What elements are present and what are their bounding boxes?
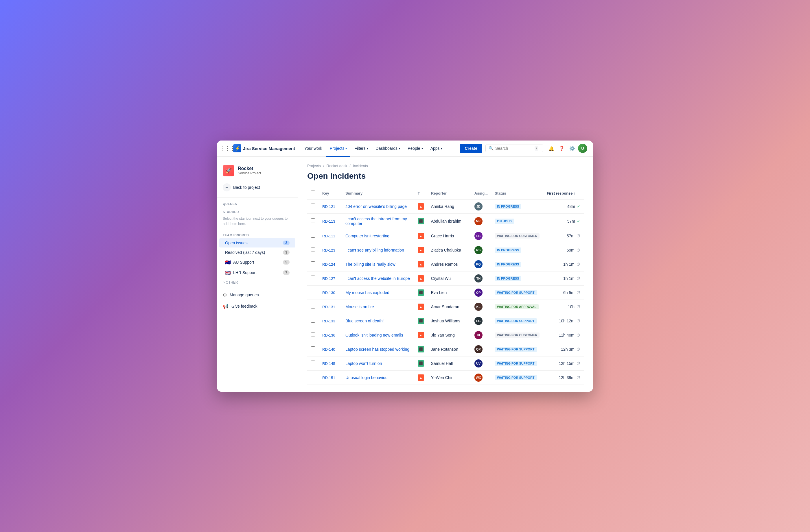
au-flag-icon: 🇦🇺 (225, 260, 231, 265)
nav-projects[interactable]: Projects ▾ (326, 144, 351, 153)
sidebar-item-resolved[interactable]: Resolved (last 7 days) 3 (219, 248, 295, 257)
table-row[interactable]: RD-151 Unusual login behaviour ▲ Yi-Wen … (307, 370, 584, 384)
nav-filters[interactable]: Filters ▾ (351, 144, 371, 153)
row-checkbox[interactable] (311, 233, 315, 238)
notifications-button[interactable]: 🔔 (547, 144, 556, 153)
row-summary[interactable]: Laptop won't turn on (342, 356, 414, 370)
type-icon: ▲ (418, 275, 424, 282)
row-checkbox[interactable] (311, 261, 315, 266)
table-row[interactable]: RD-131 Mouse is on fire ▲ Amar Sundaram … (307, 300, 584, 314)
th-status[interactable]: Status (491, 188, 543, 199)
sidebar-project: 🚀 Rocket Service Project (217, 163, 298, 181)
row-checkbox[interactable] (311, 304, 315, 309)
row-summary[interactable]: I can't access the website in Europe (342, 271, 414, 285)
row-key: RD-130 (319, 285, 342, 300)
row-key: RD-124 (319, 257, 342, 271)
table-row[interactable]: RD-140 Laptop screen has stopped working… (307, 342, 584, 356)
response-time: 12h 3m (561, 347, 574, 352)
row-first-response: 57m ⏱ (543, 229, 584, 243)
row-summary[interactable]: Unusual login behaviour (342, 370, 414, 384)
row-checkbox[interactable] (311, 332, 315, 337)
breadcrumb-projects[interactable]: Projects (307, 164, 321, 168)
search-input[interactable] (495, 146, 533, 151)
nav-dashboards[interactable]: Dashboards ▾ (372, 144, 404, 153)
user-avatar[interactable]: U (578, 144, 587, 153)
row-checkbox[interactable] (311, 361, 315, 365)
nav-apps[interactable]: Apps ▾ (427, 144, 446, 153)
assignee-avatar: RS (474, 246, 483, 254)
row-summary[interactable]: I can't access the intranet from my comp… (342, 213, 414, 229)
row-first-response: 59m ⏱ (543, 243, 584, 257)
row-type: ⬛ (414, 314, 427, 328)
sidebar-item-open-issues[interactable]: Open issues 2 (219, 238, 295, 248)
search-bar[interactable]: 🔍 / (485, 145, 543, 152)
row-summary[interactable]: Laptop screen has stopped working (342, 342, 414, 356)
page-title: Open incidents (307, 171, 584, 181)
clock-icon: ⏱ (576, 361, 580, 366)
row-reporter: Yi-Wen Chin (427, 370, 471, 384)
row-key: RD-133 (319, 314, 342, 328)
row-first-response: 6h 5m ⏱ (543, 285, 584, 300)
nav-your-work[interactable]: Your work (301, 144, 326, 153)
sidebar-other-section[interactable]: > OTHER (217, 278, 298, 287)
th-key[interactable]: Key (319, 188, 342, 199)
row-status: WAITING FOR CUSTOMER (491, 229, 543, 243)
row-checkbox[interactable] (311, 276, 315, 280)
table-row[interactable]: RD-130 My mouse has exploded ⬛ Eva Lien … (307, 285, 584, 300)
dashboards-chevron-icon: ▾ (399, 147, 400, 150)
th-summary[interactable]: Summary (342, 188, 414, 199)
table-row[interactable]: RD-133 Blue screen of death! ⬛ Joshua Wi… (307, 314, 584, 328)
grid-menu-icon[interactable]: ⋮⋮⋮ (223, 144, 232, 153)
row-checkbox[interactable] (311, 346, 315, 351)
row-summary[interactable]: The billing site is really slow (342, 257, 414, 271)
back-to-project-button[interactable]: ← Back to project (217, 181, 298, 196)
help-button[interactable]: ❓ (557, 144, 566, 153)
breadcrumb-rocket-desk[interactable]: Rocket desk (327, 164, 347, 168)
table-row[interactable]: RD-123 I can't see any billing informati… (307, 243, 584, 257)
row-summary[interactable]: Computer isn't restarting (342, 229, 414, 243)
assignee-avatar: MK (474, 217, 483, 225)
row-reporter: Crystal Wu (427, 271, 471, 285)
app-logo[interactable]: ⚡ Jira Service Management (233, 144, 295, 152)
table-row[interactable]: RD-136 Outlook isn't loading new emails … (307, 328, 584, 342)
row-checkbox[interactable] (311, 290, 315, 294)
table-row[interactable]: RD-124 The billing site is really slow ▲… (307, 257, 584, 271)
sidebar-item-au-support[interactable]: 🇦🇺 AU Support 5 (219, 257, 295, 267)
row-checkbox[interactable] (311, 218, 315, 223)
row-assignee: JD (471, 199, 491, 214)
row-summary[interactable]: Blue screen of death! (342, 314, 414, 328)
row-type: ▲ (414, 328, 427, 342)
breadcrumb-sep-1: / (323, 164, 324, 168)
select-all-checkbox[interactable] (311, 190, 315, 195)
th-reporter[interactable]: Reporter (427, 188, 471, 199)
table-row[interactable]: RD-121 404 error on website's billing pa… (307, 199, 584, 214)
manage-queues-button[interactable]: ⚙ Manage queues (217, 289, 298, 301)
sidebar-item-lhr-support[interactable]: 🇬🇧 LHR Support 7 (219, 268, 295, 278)
row-checkbox-cell (307, 328, 319, 342)
th-first-response[interactable]: First response ↑ (543, 188, 584, 199)
row-key: RD-123 (319, 243, 342, 257)
table-row[interactable]: RD-127 I can't access the website in Eur… (307, 271, 584, 285)
row-checkbox[interactable] (311, 375, 315, 379)
give-feedback-button[interactable]: 📢 Give feedback (217, 301, 298, 312)
row-assignee: LB (471, 229, 491, 243)
row-checkbox[interactable] (311, 247, 315, 252)
row-checkbox[interactable] (311, 203, 315, 208)
clock-icon: ⏱ (576, 333, 580, 337)
nav-people[interactable]: People ▾ (404, 144, 426, 153)
row-checkbox-cell (307, 314, 319, 328)
settings-button[interactable]: ⚙️ (568, 144, 577, 153)
row-summary[interactable]: My mouse has exploded (342, 285, 414, 300)
row-summary[interactable]: Outlook isn't loading new emails (342, 328, 414, 342)
table-row[interactable]: RD-113 I can't access the intranet from … (307, 213, 584, 229)
row-type: ⬛ (414, 285, 427, 300)
row-reporter: Zlatica Chalupka (427, 243, 471, 257)
row-summary[interactable]: I can't see any billing information (342, 243, 414, 257)
create-button[interactable]: Create (460, 144, 482, 153)
row-checkbox[interactable] (311, 318, 315, 323)
row-summary[interactable]: Mouse is on fire (342, 300, 414, 314)
table-row[interactable]: RD-111 Computer isn't restarting ▲ Grace… (307, 229, 584, 243)
row-summary[interactable]: 404 error on website's billing page (342, 199, 414, 214)
row-first-response: 10h 12m ⏱ (543, 314, 584, 328)
table-row[interactable]: RD-145 Laptop won't turn on ⬛ Samuel Hal… (307, 356, 584, 370)
